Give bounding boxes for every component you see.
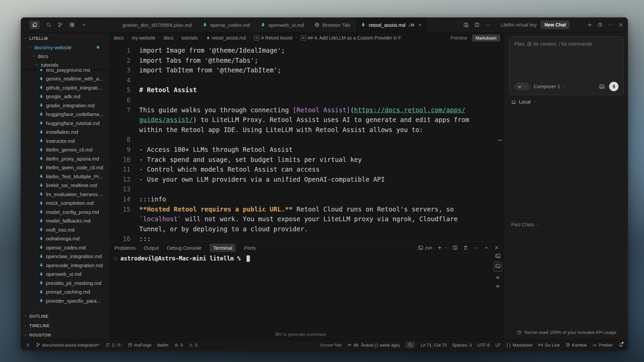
terminal-panel-icon[interactable] xyxy=(495,263,501,269)
sidebar-section-outline[interactable]: OUTLINE xyxy=(21,311,109,321)
status-item-bell[interactable] xyxy=(619,343,623,347)
status-item-insforge[interactable]: InsForge xyxy=(128,343,151,348)
tab-openweb-ui-md[interactable]: openweb_ui.md xyxy=(255,17,309,32)
history-icon[interactable] xyxy=(597,22,603,27)
past-chats-link[interactable]: Past Chats xyxy=(511,222,539,227)
activity-active-box[interactable] xyxy=(30,20,40,29)
status-item-remote[interactable] xyxy=(25,343,30,347)
code-editor[interactable]: 1import Image from '@theme/IdealImage';2… xyxy=(109,43,505,241)
breadcrumb-item[interactable]: docs xyxy=(114,35,124,41)
file-item[interactable]: oobabooga.md xyxy=(21,234,109,243)
infinity-icon[interactable]: ∞ xyxy=(495,275,501,280)
file-item[interactable]: openweb_ui.md xyxy=(21,270,109,279)
terminal-action[interactable] xyxy=(452,245,458,250)
mic-button[interactable] xyxy=(609,82,619,91)
explorer-root[interactable]: LITELLM xyxy=(21,34,109,43)
file-item[interactable]: first_playground.md xyxy=(21,69,109,74)
file-item[interactable]: model_config_proxy.md xyxy=(21,207,109,217)
tab-openai-codex-md[interactable]: openai_codex.md xyxy=(197,17,255,32)
file-item[interactable]: litellm_proxy_aporia.md xyxy=(21,154,109,163)
context-selector[interactable]: Local xyxy=(511,99,622,105)
breadcrumb-item[interactable]: M# Retool Assist xyxy=(254,35,292,41)
file-item[interactable]: litellm_qwen_code_cli.md xyxy=(21,163,109,172)
status-item-markdown[interactable]: { }Markdown xyxy=(506,343,533,348)
status-item-go-live[interactable]: Go Live xyxy=(538,343,560,348)
file-item[interactable]: livekit_xai_realtime.md xyxy=(21,181,109,190)
file-item[interactable]: gemini_realtime_with_a... xyxy=(21,74,109,83)
file-item[interactable]: openai_codex.md xyxy=(21,243,109,252)
split-search-icon[interactable] xyxy=(463,22,469,27)
panel-tab-output[interactable]: Output xyxy=(144,245,159,251)
explorer-icon[interactable] xyxy=(32,22,37,27)
file-item[interactable]: litellm_Test_Multiple_Pr... xyxy=(21,172,109,181)
panel-tab-debug-console[interactable]: Debug Console xyxy=(167,245,201,251)
image-attach-icon[interactable] xyxy=(599,83,605,90)
terminal-action[interactable] xyxy=(484,245,489,250)
chat-input[interactable]: Plan, @ for context, / for commands ∞ Co… xyxy=(509,37,624,95)
ai-tab-new-chat[interactable]: New Chat xyxy=(540,20,570,29)
composer-selector[interactable]: Composer 1 xyxy=(534,84,566,89)
breadcrumb-item[interactable]: tutorials xyxy=(181,35,198,41)
file-item[interactable]: instructor.md xyxy=(21,136,109,145)
extensions-icon[interactable] xyxy=(69,22,75,27)
status-item-2-0-[interactable]: 2↓ 0↑ xyxy=(105,343,122,348)
file-item[interactable]: google_adk.md xyxy=(21,92,109,101)
file-item[interactable]: opencode_integration.md xyxy=(21,261,109,270)
file-item[interactable]: mock_completion.md xyxy=(21,199,109,208)
file-item[interactable]: model_fallbacks.md xyxy=(21,217,109,226)
sidebar-section-houston[interactable]: HOUSTON xyxy=(21,330,109,340)
terminal-action[interactable] xyxy=(494,245,499,250)
status-item-search[interactable] xyxy=(406,342,415,348)
tab-gration-doc-d075fd58-plan-md[interactable]: gration_doc_d075fd58.plan.md xyxy=(117,17,197,32)
status-item-0[interactable]: ⊘0 xyxy=(174,343,183,348)
file-item[interactable]: msft_sso.md xyxy=(21,225,109,234)
file-item[interactable]: lm_evaluation_harness.... xyxy=(21,190,109,199)
terminal-panel-icon[interactable] xyxy=(495,253,501,259)
source-control-icon[interactable] xyxy=(58,22,63,27)
status-item-docs-retool-assist-integrati[interactable]: docs/retool-assist-integration* xyxy=(36,343,100,348)
file-item[interactable]: litellm_gemini_cli.md xyxy=(21,145,109,155)
file-item[interactable]: presidio_pii_masking.md xyxy=(21,279,109,288)
file-item[interactable]: gradio_integration.md xyxy=(21,101,109,110)
sidebar-folder-tutorials[interactable]: tutorials xyxy=(21,60,109,69)
panel-tab-terminal[interactable]: Terminal xyxy=(210,244,236,252)
tab-retool-assist-md[interactable]: retool_assist.md↓M xyxy=(356,17,428,32)
status-item-ln-71-col-73[interactable]: Ln 71, Col 73 xyxy=(421,343,446,348)
selected-session-box[interactable] xyxy=(494,262,502,272)
tab-browser-tab[interactable]: Browser Tab xyxy=(309,17,356,32)
file-item[interactable]: installation.md xyxy=(21,128,109,137)
mode-selector[interactable]: ∞ xyxy=(515,82,530,90)
file-item[interactable]: huggingface_codellama... xyxy=(21,110,109,119)
breadcrumb-item[interactable]: my-website xyxy=(132,35,156,41)
status-item-kombai[interactable]: Kombai xyxy=(566,343,587,348)
close-icon[interactable] xyxy=(418,23,422,27)
more-icon[interactable]: ⋯ xyxy=(608,22,613,27)
close-icon[interactable] xyxy=(618,22,624,27)
status-item-litellm[interactable]: litellm xyxy=(157,343,168,348)
breadcrumb-item[interactable]: retool_assist.md xyxy=(206,35,246,41)
status-item-prettier[interactable]: Prettier xyxy=(592,343,613,348)
split-icon[interactable] xyxy=(474,22,480,27)
file-item[interactable]: openclaw_integration.md xyxy=(21,252,109,261)
sidebar-section-timeline[interactable]: TIMELINE xyxy=(21,321,109,330)
more-icon[interactable]: ⋯ xyxy=(485,22,491,27)
format-mode-button[interactable]: Markdown xyxy=(472,35,500,42)
panel-tab-problems[interactable]: Problems xyxy=(114,245,136,251)
file-item[interactable]: huggingface_tutorial.md xyxy=(21,119,109,128)
preview-label[interactable]: Preview xyxy=(450,35,467,41)
ai-tab-previous-chat[interactable]: Litellm virtual key xyxy=(501,22,537,27)
status-item-mr-nand-1-week-ago-[interactable]: Mr. Ånand (1 week ago) xyxy=(347,343,400,348)
terminal-action[interactable] xyxy=(437,245,442,250)
plus-icon[interactable] xyxy=(587,22,592,27)
breadcrumb-item[interactable]: M## 4. Add LiteLLM as a Custom Provider … xyxy=(301,35,401,41)
panel-tab-ports[interactable]: Ports xyxy=(244,245,256,251)
file-item[interactable]: provider_specific_para... xyxy=(21,296,109,305)
status-item-lf[interactable]: LF xyxy=(495,343,500,348)
sidebar-folder-docs-my-website[interactable]: docs/my-website xyxy=(21,43,109,52)
status-item-spaces-3[interactable]: Spaces: 3 xyxy=(452,343,472,348)
infinity-icon[interactable]: ∞ xyxy=(495,283,501,289)
status-item-0[interactable]: ⚠0 xyxy=(189,343,197,348)
chevron-down-icon[interactable] xyxy=(81,22,87,27)
sidebar-folder-docs[interactable]: docs xyxy=(21,52,109,60)
search-icon[interactable] xyxy=(46,22,51,27)
